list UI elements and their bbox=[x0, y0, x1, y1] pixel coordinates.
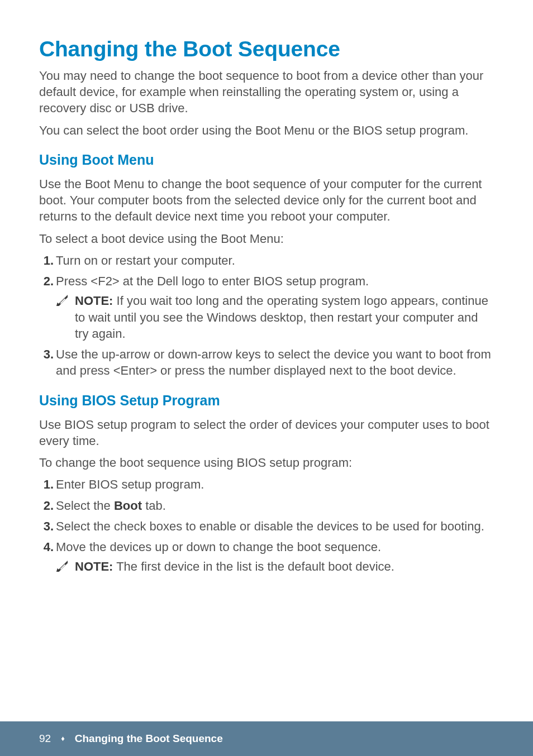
step-text: Move the devices up or down to change th… bbox=[56, 540, 381, 554]
list-item: 2. Select the Boot tab. bbox=[56, 497, 494, 514]
intro-paragraph-2: You can select the boot order using the … bbox=[39, 122, 494, 138]
list-item: 1. Enter BIOS setup program. bbox=[56, 476, 494, 492]
list-item: 4. Move the devices up or down to change… bbox=[56, 539, 494, 575]
note-block: NOTE: If you wait too long and the opera… bbox=[56, 293, 494, 342]
boot-menu-steps-list: 1. Turn on or restart your computer. 2. … bbox=[39, 252, 494, 379]
step-marker: 1. bbox=[39, 252, 54, 269]
list-item: 3. Select the check boxes to enable or d… bbox=[56, 518, 494, 534]
note-pencil-icon bbox=[56, 560, 68, 572]
page-title: Changing the Boot Sequence bbox=[39, 37, 494, 62]
step-text: Press <F2> at the Dell logo to enter BIO… bbox=[56, 274, 369, 288]
step-text-pre: Select the bbox=[56, 499, 114, 513]
bios-setup-paragraph-2: To change the boot sequence using BIOS s… bbox=[39, 454, 494, 471]
note-block: NOTE: The first device in the list is th… bbox=[56, 558, 494, 575]
note-pencil-icon bbox=[56, 294, 68, 307]
intro-paragraph-1: You may need to change the boot sequence… bbox=[39, 68, 494, 117]
list-item: 2. Press <F2> at the Dell logo to enter … bbox=[56, 273, 494, 342]
step-text: Select the check boxes to enable or disa… bbox=[56, 519, 484, 533]
bios-setup-paragraph-1: Use BIOS setup program to select the ord… bbox=[39, 417, 494, 449]
document-page: Changing the Boot Sequence You may need … bbox=[0, 0, 533, 756]
step-text: Use the up-arrow or down-arrow keys to s… bbox=[56, 347, 491, 377]
note-label: NOTE: bbox=[75, 559, 113, 573]
step-marker: 2. bbox=[39, 273, 54, 289]
section-heading-boot-menu: Using Boot Menu bbox=[39, 152, 494, 168]
note-text: The first device in the list is the defa… bbox=[113, 559, 394, 573]
list-item: 1. Turn on or restart your computer. bbox=[56, 252, 494, 269]
step-text: Enter BIOS setup program. bbox=[56, 477, 204, 491]
bios-setup-steps-list: 1. Enter BIOS setup program. 2. Select t… bbox=[39, 476, 494, 575]
step-marker: 3. bbox=[39, 518, 54, 534]
step-marker: 2. bbox=[39, 497, 54, 514]
boot-menu-paragraph-2: To select a boot device using the Boot M… bbox=[39, 231, 494, 247]
step-text-post: tab. bbox=[142, 499, 166, 513]
note-label: NOTE: bbox=[75, 294, 113, 308]
step-text: Turn on or restart your computer. bbox=[56, 253, 235, 267]
page-number: 92 bbox=[39, 733, 51, 745]
page-footer: 92 ♦ Changing the Boot Sequence bbox=[0, 721, 533, 756]
footer-section-title: Changing the Boot Sequence bbox=[75, 733, 223, 745]
step-marker: 4. bbox=[39, 539, 54, 555]
boot-menu-paragraph-1: Use the Boot Menu to change the boot seq… bbox=[39, 176, 494, 225]
list-item: 3. Use the up-arrow or down-arrow keys t… bbox=[56, 346, 494, 379]
step-marker: 3. bbox=[39, 346, 54, 362]
diamond-separator-icon: ♦ bbox=[61, 734, 65, 743]
step-text-bold: Boot bbox=[114, 499, 142, 513]
note-text: If you wait too long and the operating s… bbox=[75, 294, 488, 341]
section-heading-bios-setup: Using BIOS Setup Program bbox=[39, 393, 494, 409]
step-marker: 1. bbox=[39, 476, 54, 492]
